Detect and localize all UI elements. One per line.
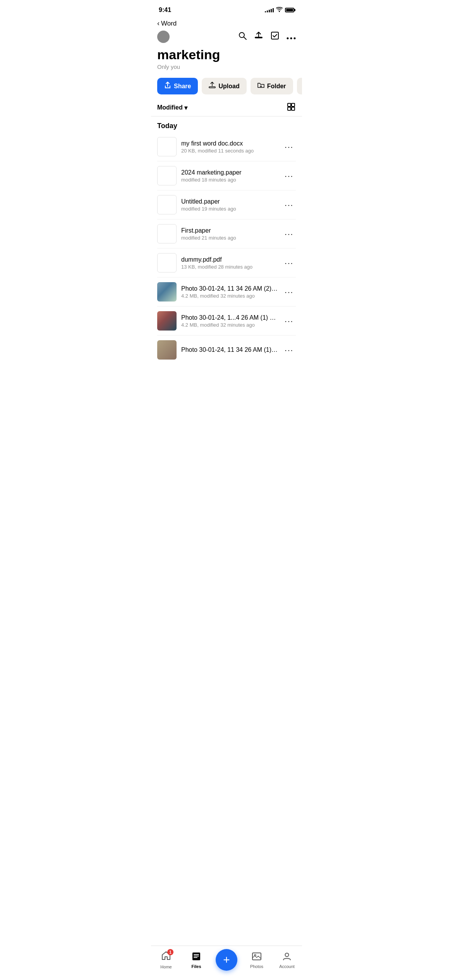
share-icon <box>164 82 171 91</box>
svg-rect-8 <box>209 87 215 88</box>
file-info: dummy.pdf.pdf 13 KB, modified 28 minutes… <box>181 256 278 270</box>
file-more-button[interactable]: ··· <box>282 285 296 299</box>
file-more-button[interactable]: ··· <box>282 198 296 212</box>
file-name: Photo 30-01-24, 1...4 26 AM (1) (1).png <box>181 314 278 321</box>
file-item[interactable]: Untitled.paper modified 19 minutes ago ·… <box>157 190 296 219</box>
file-meta: modified 18 minutes ago <box>181 177 278 183</box>
upload-icon[interactable] <box>254 31 263 43</box>
file-thumbnail <box>157 311 177 331</box>
file-item[interactable]: 2024 marketing.paper modified 18 minutes… <box>157 161 296 190</box>
file-thumbnail <box>157 224 177 243</box>
file-item[interactable]: Photo 30-01-24, 11 34 26 AM (1).png ··· <box>157 336 296 362</box>
status-icons <box>265 7 294 14</box>
search-icon[interactable] <box>238 31 247 43</box>
folder-title-section: marketing Only you <box>151 45 302 72</box>
file-more-button[interactable]: ··· <box>282 227 296 241</box>
file-meta: modified 21 minutes ago <box>181 235 278 241</box>
file-name: Photo 30-01-24, 11 34 26 AM (2).png <box>181 285 278 292</box>
folder-label: Folder <box>267 83 286 90</box>
file-thumbnail <box>157 340 177 360</box>
file-item[interactable]: Photo 30-01-24, 1...4 26 AM (1) (1).png … <box>157 307 296 336</box>
file-item[interactable]: dummy.pdf.pdf 13 KB, modified 28 minutes… <box>157 248 296 278</box>
svg-point-5 <box>287 38 289 39</box>
share-label: Share <box>174 83 191 90</box>
status-time: 9:41 <box>159 7 171 14</box>
file-info: First.paper modified 21 minutes ago <box>181 227 278 241</box>
folder-title: marketing <box>157 48 296 62</box>
file-item[interactable]: Photo 30-01-24, 11 34 26 AM (2).png 4.2 … <box>157 278 296 307</box>
file-info: my first word doc.docx 20 KB, modified 1… <box>181 140 278 154</box>
svg-rect-14 <box>292 107 295 110</box>
svg-rect-3 <box>255 37 262 38</box>
folder-icon <box>257 82 264 91</box>
grid-view-icon[interactable] <box>287 102 296 113</box>
back-arrow-icon: ‹ <box>157 19 160 27</box>
file-thumbnail <box>157 166 177 185</box>
svg-point-7 <box>294 38 296 39</box>
upload-btn-icon <box>209 82 216 91</box>
folder-subtitle: Only you <box>157 63 296 70</box>
file-meta: modified 19 minutes ago <box>181 206 278 212</box>
file-more-button[interactable]: ··· <box>282 314 296 328</box>
file-more-button[interactable]: ··· <box>282 343 296 357</box>
file-more-button[interactable]: ··· <box>282 140 296 154</box>
file-meta: 4.2 MB, modified 32 minutes ago <box>181 293 278 299</box>
action-buttons: Share Upload Folder Offline <box>151 72 302 99</box>
file-name: dummy.pdf.pdf <box>181 256 278 263</box>
status-bar: 9:41 <box>151 0 302 17</box>
more-options-icon[interactable] <box>287 32 296 42</box>
svg-point-0 <box>279 11 280 12</box>
file-thumbnail <box>157 253 177 272</box>
avatar[interactable] <box>157 31 170 43</box>
file-meta: 20 KB, modified 11 seconds ago <box>181 148 278 154</box>
back-label: Word <box>161 20 177 27</box>
file-meta: 4.2 MB, modified 32 minutes ago <box>181 322 278 328</box>
svg-rect-13 <box>288 107 291 110</box>
signal-icon <box>265 8 274 12</box>
file-item[interactable]: my first word doc.docx 20 KB, modified 1… <box>157 132 296 161</box>
file-more-button[interactable]: ··· <box>282 256 296 270</box>
file-name: my first word doc.docx <box>181 140 278 147</box>
svg-point-6 <box>290 38 292 39</box>
upload-label: Upload <box>218 83 239 90</box>
file-name: 2024 marketing.paper <box>181 169 278 176</box>
file-list: my first word doc.docx 20 KB, modified 1… <box>151 132 302 362</box>
file-item[interactable]: First.paper modified 21 minutes ago ··· <box>157 219 296 248</box>
header-actions <box>238 29 296 43</box>
back-navigation[interactable]: ‹ Word <box>151 17 302 29</box>
checkbox-icon[interactable] <box>270 31 280 43</box>
folder-button[interactable]: Folder <box>251 78 293 94</box>
upload-button[interactable]: Upload <box>202 78 246 94</box>
file-info: Untitled.paper modified 19 minutes ago <box>181 198 278 212</box>
svg-line-2 <box>244 37 247 40</box>
section-title: Today <box>157 122 177 130</box>
svg-rect-4 <box>271 32 278 39</box>
share-button[interactable]: Share <box>157 78 198 94</box>
file-thumbnail <box>157 195 177 214</box>
section-header-today: Today <box>151 117 302 132</box>
file-info: Photo 30-01-24, 1...4 26 AM (1) (1).png … <box>181 314 278 328</box>
file-info: Photo 30-01-24, 11 34 26 AM (1).png <box>181 346 278 353</box>
file-info: Photo 30-01-24, 11 34 26 AM (2).png 4.2 … <box>181 285 278 299</box>
sort-chevron-icon: ▾ <box>184 104 187 111</box>
sort-control[interactable]: Modified ▾ <box>157 104 187 111</box>
file-thumbnail <box>157 137 177 156</box>
file-info: 2024 marketing.paper modified 18 minutes… <box>181 169 278 183</box>
sort-label-text: Modified <box>157 104 183 111</box>
offline-button[interactable]: Offline <box>297 78 302 94</box>
battery-icon <box>285 8 294 12</box>
wifi-icon <box>276 7 283 14</box>
file-name: First.paper <box>181 227 278 234</box>
svg-rect-11 <box>288 103 291 106</box>
file-name: Photo 30-01-24, 11 34 26 AM (1).png <box>181 346 278 353</box>
file-thumbnail <box>157 282 177 302</box>
file-name: Untitled.paper <box>181 198 278 205</box>
file-more-button[interactable]: ··· <box>282 169 296 183</box>
file-meta: 13 KB, modified 28 minutes ago <box>181 264 278 270</box>
svg-rect-12 <box>292 103 295 106</box>
sort-bar: Modified ▾ <box>151 99 302 117</box>
